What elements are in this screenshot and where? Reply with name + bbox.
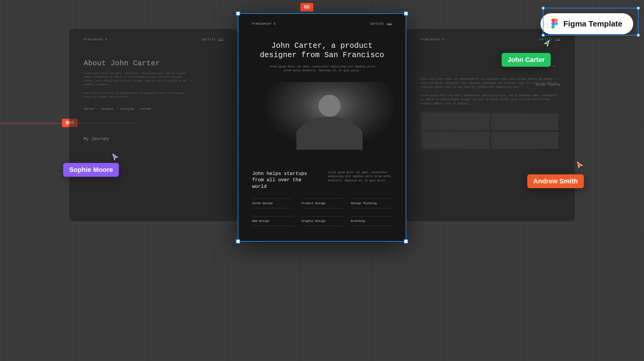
brand-logo-text: Freelancer X — [421, 38, 444, 41]
social-twitter[interactable]: Twitter — [84, 108, 94, 111]
cart-link[interactable]: Cart(3) — [539, 38, 553, 41]
skill-item: UI/UX Design — [252, 198, 293, 208]
about-paragraph-2: Duis aute irure dolor in reprehenderit i… — [84, 91, 192, 99]
skill-item: Product Design — [302, 198, 342, 208]
social-youtube[interactable]: YouTube — [140, 108, 151, 111]
skill-item: Graphic Design — [302, 216, 342, 226]
cart-link[interactable]: Cart(3) — [370, 22, 384, 26]
hero-title: John Carter, a product designer from San… — [252, 41, 392, 60]
selected-frame-home[interactable]: Freelancer X Cart(3) John Carter, a prod… — [238, 13, 406, 242]
brand-logo-text: Freelancer X — [84, 38, 107, 41]
social-instagram[interactable]: Instagram — [120, 108, 134, 111]
figma-template-badge[interactable]: Figma Template — [540, 13, 633, 34]
hamburger-icon[interactable] — [387, 23, 392, 25]
brand-logo-text: Freelancer X — [252, 22, 276, 26]
skill-item: Web Design — [252, 216, 293, 226]
project-body-2: Lorem ipsum dolor sit amet, consectetur … — [421, 94, 560, 106]
about-heading: About John Carter — [84, 59, 223, 67]
social-facebook[interactable]: Facebook — [101, 108, 113, 111]
measurement-top: 60 — [300, 3, 313, 11]
section-text: Lorem ipsum dolor sit amet, consectetur … — [328, 171, 392, 190]
hero-subtitle: Lorem ipsum dolor sit amet, consectetur … — [252, 65, 392, 73]
skill-item: Branding — [351, 216, 392, 226]
hamburger-icon[interactable] — [218, 39, 223, 41]
journey-heading: My journey — [84, 136, 223, 141]
skill-chip: Design Thinking — [536, 80, 560, 86]
about-paragraph-1: Lorem ipsum dolor sit amet, consectetur … — [84, 72, 192, 87]
cart-link[interactable]: Cart(3) — [202, 38, 215, 41]
background-frame-project[interactable]: Freelancer X Cart(3) Website facebook.co… — [406, 29, 575, 221]
meta-value-website[interactable]: facebook.com — [536, 65, 556, 68]
figma-template-label: Figma Template — [563, 19, 622, 29]
meta-label-website: Website — [536, 61, 560, 64]
project-screenshots — [421, 112, 560, 151]
background-frame-about[interactable]: Freelancer X Cart(3) About John Carter L… — [69, 29, 238, 221]
skill-item: Design Thinking — [351, 198, 392, 208]
skills-grid: UI/UX Design Product Design Design Think… — [252, 198, 392, 226]
hamburger-icon[interactable] — [556, 39, 560, 41]
social-links: Twitter Facebook Instagram YouTube — [84, 108, 223, 111]
figma-logo-icon — [551, 19, 558, 29]
hero-image — [252, 82, 394, 150]
section-heading: John helps startups from all over the wo… — [252, 171, 316, 190]
